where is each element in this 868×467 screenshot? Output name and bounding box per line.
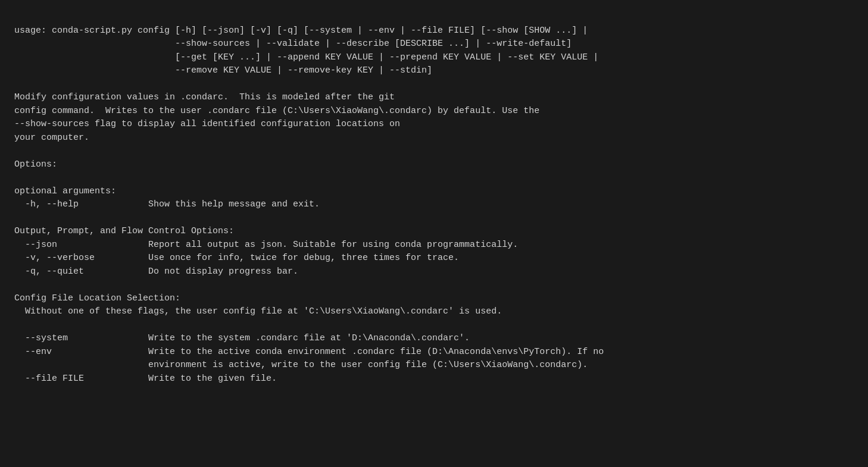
terminal-line: Output, Prompt, and Flow Control Options… [14,225,854,239]
terminal-line [14,319,854,333]
terminal-line: -q, --quiet Do not display progress bar. [14,265,854,279]
terminal-line: -v, --verbose Use once for info, twice f… [14,252,854,265]
terminal-line: --system Write to the system .condarc fi… [14,332,854,346]
terminal-line: usage: conda-script.py config [-h] [--js… [14,24,854,38]
terminal-line: --show-sources | --validate | --describe… [14,37,854,51]
terminal-line: Config File Location Selection: [14,292,854,306]
terminal-line: environment is active, write to the user… [14,359,854,372]
terminal-line: [--get [KEY ...] | --append KEY VALUE | … [14,51,854,65]
terminal-line: optional arguments: [14,185,854,199]
terminal-line: Modify configuration values in .condarc.… [14,91,854,105]
terminal-line: your computer. [14,131,854,145]
terminal-line: config command. Writes to the user .cond… [14,105,854,118]
terminal-line: --show-sources flag to display all ident… [14,118,854,131]
terminal-line: --json Report all output as json. Suitab… [14,239,854,252]
terminal-line [14,171,854,185]
terminal-output: usage: conda-script.py config [-h] [--js… [14,11,854,385]
terminal-line [14,78,854,92]
terminal-line [14,212,854,225]
terminal-line: Without one of these flags, the user con… [14,305,854,319]
terminal-line: Options: [14,158,854,172]
terminal-line [14,145,854,158]
terminal-line: --file FILE Write to the given file. [14,372,854,386]
terminal-line: --env Write to the active conda environm… [14,346,854,359]
terminal-line [14,278,854,292]
terminal-line: --remove KEY VALUE | --remove-key KEY | … [14,64,854,78]
terminal-line: -h, --help Show this help message and ex… [14,198,854,212]
